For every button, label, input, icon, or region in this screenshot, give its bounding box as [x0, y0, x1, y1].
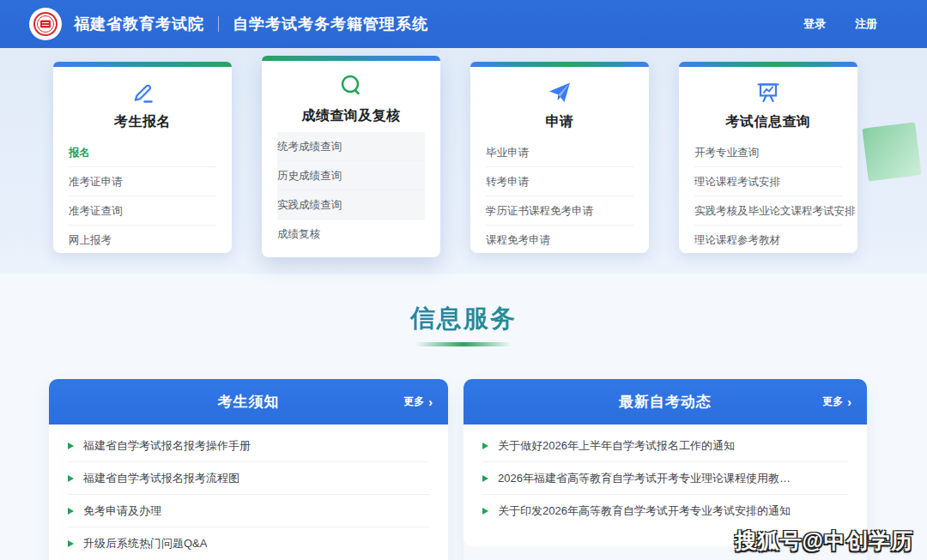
chevron-right-icon: ›: [847, 396, 851, 408]
card-accent-bar: [262, 56, 440, 61]
top-header: 福建省教育考试院 自学考试考务考籍管理系统 登录 注册: [0, 0, 927, 48]
card-item[interactable]: 实践成绩查询: [277, 190, 425, 220]
brand-divider: [218, 16, 219, 32]
list-item[interactable]: 关于做好2026年上半年自学考试报名工作的通知: [482, 430, 848, 462]
triangle-bullet-icon: [482, 508, 488, 515]
triangle-bullet-icon: [482, 443, 488, 449]
pencil-icon: [53, 77, 232, 108]
card-accent-bar: [53, 62, 232, 67]
login-link[interactable]: 登录: [803, 16, 826, 32]
card-title: 申请: [470, 113, 649, 131]
card-item[interactable]: 实践考核及毕业论文课程考试安排: [694, 196, 842, 226]
card-item[interactable]: 毕业申请: [486, 138, 633, 167]
news-title: 关于印发2026年高等教育自学考试开考专业考试安排的通知: [498, 503, 791, 519]
list-item[interactable]: 关于印发2026年高等教育自学考试开考专业考试安排的通知: [482, 495, 848, 527]
list-item[interactable]: 福建省自学考试报名报考流程图: [68, 462, 429, 495]
panel-header: 考生须知 更多 ›: [49, 379, 448, 425]
more-button[interactable]: 更多 ›: [822, 379, 851, 425]
card-title: 考试信息查询: [679, 113, 857, 131]
panel-title: 最新自考动态: [619, 392, 712, 412]
more-button[interactable]: 更多 ›: [403, 379, 433, 425]
news-title: 免考申请及办理: [83, 503, 161, 519]
triangle-bullet-icon: [68, 443, 74, 449]
watermark: 搜狐号@中创学历: [736, 527, 913, 555]
card-candidate-registration: 考生报名 报名 准考证申请 准考证查询 网上报考: [53, 62, 232, 253]
chevron-right-icon: ›: [428, 396, 433, 408]
card-item[interactable]: 统考成绩查询: [277, 132, 425, 161]
card-item[interactable]: 历史成绩查询: [277, 161, 425, 190]
search-icon: [262, 71, 440, 102]
info-services-section: 信息服务 考生须知 更多 › 福建省自学考试报名报考操作手册: [0, 274, 927, 560]
list-item[interactable]: 升级后系统热门问题Q&A: [68, 527, 429, 560]
org-name: 福建省教育考试院: [74, 14, 204, 34]
card-application: 申请 毕业申请 转考申请 学历证书课程免考申请 课程免考申请: [470, 62, 649, 253]
triangle-bullet-icon: [68, 540, 74, 547]
card-item[interactable]: 理论课程考试安排: [694, 167, 842, 196]
card-item[interactable]: 开考专业查询: [694, 138, 842, 167]
news-title: 2026年福建省高等教育自学考试开考专业理论课程使用教…: [498, 471, 791, 486]
news-title: 升级后系统热门问题Q&A: [83, 536, 207, 551]
news-title: 福建省自学考试报名报考流程图: [83, 471, 239, 486]
system-name: 自学考试考务考籍管理系统: [233, 14, 428, 34]
brand: 福建省教育考试院 自学考试考务考籍管理系统: [74, 14, 428, 34]
panel-header: 最新自考动态 更多 ›: [464, 379, 867, 425]
list-item[interactable]: 2026年福建省高等教育自学考试开考专业理论课程使用教…: [482, 462, 848, 495]
card-item[interactable]: 成绩复核: [277, 220, 425, 249]
paper-plane-icon: [470, 77, 649, 108]
card-item[interactable]: 理论课程参考教材: [694, 226, 842, 255]
card-title: 成绩查询及复核: [262, 107, 440, 125]
card-title: 考生报名: [53, 113, 232, 131]
card-accent-bar: [679, 62, 857, 67]
card-accent-bar: [470, 62, 649, 67]
panel-candidate-notice: 考生须知 更多 › 福建省自学考试报名报考操作手册 福建省自学考试报名报考流程图: [49, 379, 448, 560]
more-label: 更多: [403, 394, 424, 409]
register-link[interactable]: 注册: [855, 16, 877, 32]
card-item[interactable]: 报名: [69, 138, 216, 167]
triangle-bullet-icon: [68, 475, 74, 482]
card-item[interactable]: 准考证查询: [69, 196, 216, 226]
card-score-query: 成绩查询及复核 统考成绩查询 历史成绩查询 实践成绩查询 成绩复核: [262, 56, 440, 257]
card-exam-info: 考试信息查询 开考专业查询 理论课程考试安排 实践考核及毕业论文课程考试安排 理…: [679, 62, 857, 253]
news-title: 福建省自学考试报名报考操作手册: [83, 438, 251, 454]
section-underline: [415, 342, 512, 346]
panel-title: 考生须知: [218, 392, 280, 412]
card-item[interactable]: 学历证书课程免考申请: [486, 196, 633, 226]
seal-logo-icon: [29, 8, 62, 40]
service-cards-area: 考生报名 报名 准考证申请 准考证查询 网上报考 成绩查询及复核 统考成绩查询 …: [0, 48, 927, 274]
list-item[interactable]: 免考申请及办理: [68, 495, 429, 527]
card-item[interactable]: 准考证申请: [69, 167, 216, 196]
news-title: 关于做好2026年上半年自学考试报名工作的通知: [498, 438, 735, 454]
list-item[interactable]: 福建省自学考试报名报考操作手册: [68, 430, 429, 462]
section-title: 信息服务: [0, 302, 927, 336]
triangle-bullet-icon: [68, 508, 74, 515]
more-label: 更多: [822, 394, 843, 409]
triangle-bullet-icon: [482, 475, 488, 482]
card-item[interactable]: 转考申请: [486, 167, 633, 196]
presentation-chart-icon: [679, 77, 857, 108]
card-item[interactable]: 网上报考: [69, 226, 216, 255]
card-item[interactable]: 课程免考申请: [486, 226, 633, 255]
